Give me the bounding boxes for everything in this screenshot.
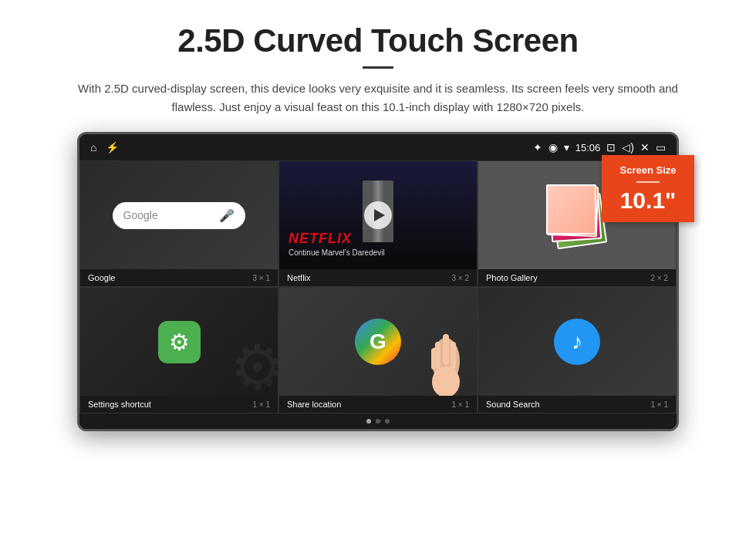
usb-icon: ⚡ [106, 141, 119, 154]
play-triangle-icon [374, 209, 385, 221]
google-grid-size: 3 × 1 [252, 274, 270, 282]
page-wrapper: 2.5D Curved Touch Screen With 2.5D curve… [0, 0, 756, 447]
home-icon[interactable]: ⌂ [90, 141, 96, 154]
device-container: Screen Size 10.1" ⌂ ⚡ ✦ ◉ ▾ 15:06 ⊡ ◁) [77, 132, 679, 431]
maps-icon-inner: G [355, 319, 401, 365]
google-search-bar[interactable]: Google 🎤 [113, 202, 246, 229]
sound-icon-circle: ♪ [554, 319, 600, 365]
google-app-name: Google [88, 273, 115, 282]
title-divider [363, 66, 393, 69]
app-cell-google[interactable]: Google 🎤 Google 3 × 1 [79, 160, 278, 287]
app-grid: Google 🎤 Google 3 × 1 [79, 160, 677, 414]
status-time: 15:06 [575, 142, 601, 154]
share-thumbnail: G [279, 288, 477, 396]
netflix-label-row: Netflix 3 × 2 [279, 269, 477, 286]
settings-bg-icon: ⚙ [230, 332, 278, 396]
svg-rect-1 [443, 334, 449, 365]
google-label-row: Google 3 × 1 [80, 269, 278, 286]
settings-grid-size: 1 × 1 [252, 400, 270, 409]
svg-rect-3 [451, 342, 456, 369]
netflix-brand-text: NETFLIX [289, 231, 385, 247]
sound-label-row: Sound Search 1 × 1 [478, 396, 676, 413]
badge-divider [636, 181, 660, 183]
subtitle-text: With 2.5D curved-display screen, this de… [77, 79, 679, 116]
bluetooth-icon: ✦ [533, 141, 542, 154]
photo-app-name: Photo Gallery [486, 273, 538, 282]
wifi-icon: ▾ [564, 141, 569, 154]
badge-size: 10.1" [609, 187, 687, 213]
netflix-continue-text: Continue Marvel's Daredevil [289, 248, 385, 257]
camera-icon[interactable]: ⊡ [606, 141, 616, 154]
netflix-text-overlay: NETFLIX Continue Marvel's Daredevil [289, 231, 385, 257]
pagination-dot-2 [376, 419, 380, 424]
app-cell-share-location[interactable]: G [278, 287, 478, 414]
share-label-row: Share location 1 × 1 [279, 396, 477, 413]
maps-icon: G [355, 319, 401, 365]
volume-icon[interactable]: ◁) [622, 141, 634, 154]
status-left-icons: ⌂ ⚡ [90, 141, 119, 154]
title-section: 2.5D Curved Touch Screen With 2.5D curve… [31, 23, 725, 116]
finger-hand-icon [423, 319, 469, 396]
badge-label: Screen Size [609, 164, 687, 177]
svg-rect-4 [431, 348, 437, 370]
sound-grid-size: 1 × 1 [650, 400, 668, 409]
photo-card-top [546, 184, 596, 235]
status-right-icons: ✦ ◉ ▾ 15:06 ⊡ ◁) ✕ ▭ [533, 141, 666, 154]
close-icon[interactable]: ✕ [640, 141, 650, 154]
netflix-thumbnail: NETFLIX Continue Marvel's Daredevil [279, 161, 477, 269]
device-frame: ⌂ ⚡ ✦ ◉ ▾ 15:06 ⊡ ◁) ✕ ▭ [77, 132, 679, 431]
google-logo-text: Google [123, 209, 158, 221]
bottom-bar [79, 414, 677, 429]
photo-label-row: Photo Gallery 2 × 2 [478, 269, 676, 286]
app-cell-netflix[interactable]: NETFLIX Continue Marvel's Daredevil Netf… [278, 160, 478, 287]
location-icon: ◉ [548, 141, 558, 154]
netflix-play-button[interactable] [364, 201, 392, 229]
app-cell-settings[interactable]: ⚙ ⚙ Settings shortcut 1 × 1 [79, 287, 278, 414]
netflix-grid-size: 3 × 2 [451, 274, 469, 282]
sound-app-name: Sound Search [486, 400, 540, 409]
google-mic-icon[interactable]: 🎤 [219, 208, 235, 223]
netflix-app-name: Netflix [287, 273, 311, 282]
settings-app-name: Settings shortcut [88, 400, 151, 409]
status-bar: ⌂ ⚡ ✦ ◉ ▾ 15:06 ⊡ ◁) ✕ ▭ [79, 134, 677, 160]
window-icon[interactable]: ▭ [656, 141, 666, 154]
settings-icon-circle: ⚙ [158, 321, 201, 363]
photo-stack [546, 184, 608, 246]
gear-icon: ⚙ [169, 329, 190, 356]
share-app-name: Share location [287, 400, 341, 409]
share-grid-size: 1 × 1 [451, 400, 469, 409]
settings-label-row: Settings shortcut 1 × 1 [80, 396, 278, 413]
pagination-dot-1 [366, 419, 371, 424]
photo-grid-size: 2 × 2 [650, 274, 668, 282]
app-cell-sound-search[interactable]: ♪ Sound Search 1 × 1 [478, 287, 677, 414]
screen-size-badge: Screen Size 10.1" [602, 155, 694, 222]
google-thumbnail: Google 🎤 [80, 161, 278, 269]
sound-thumbnail: ♪ [478, 288, 676, 396]
settings-thumbnail: ⚙ ⚙ [80, 288, 278, 396]
page-title: 2.5D Curved Touch Screen [31, 23, 725, 59]
pagination-dot-3 [385, 419, 390, 424]
music-note-icon: ♪ [572, 329, 582, 354]
